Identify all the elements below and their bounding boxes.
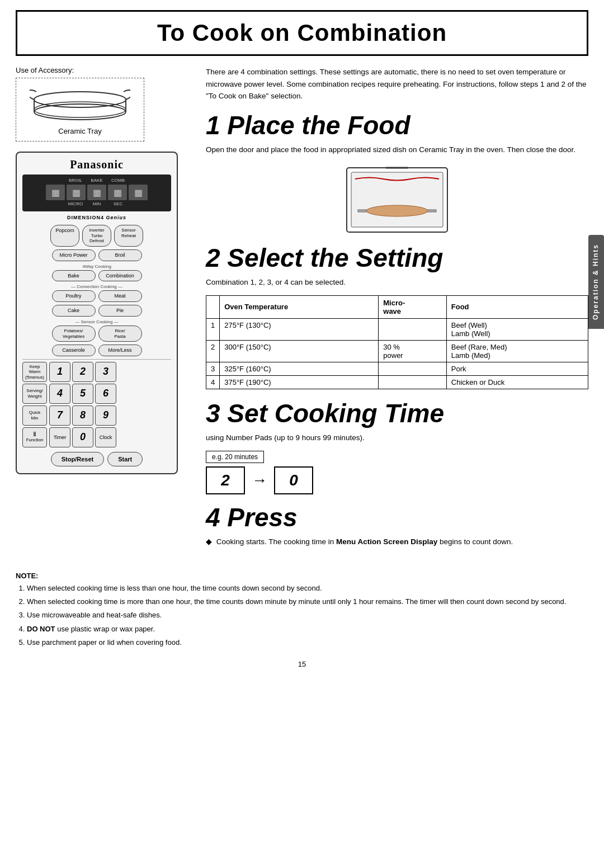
button-row-2: Micro Power Broil — [22, 249, 171, 261]
bullet-icon: ◆ — [206, 537, 212, 546]
svg-point-7 — [366, 205, 428, 216]
display-label-comb: COMB — [108, 178, 128, 183]
num-4-button[interactable]: 4 — [49, 384, 70, 404]
meat-button[interactable]: Meat — [98, 290, 142, 302]
microwave-panel: Panasonic BROIL BAKE COMB ▦ ▦ ▦ ▦ ▦ MICR… — [16, 152, 178, 474]
sensor-cooking-label: — Sensor Cooking — — [22, 319, 171, 324]
num-7-button[interactable]: 7 — [49, 405, 70, 426]
poultry-button[interactable]: Poultry — [52, 290, 96, 302]
right-column: There are 4 combination settings. These … — [206, 66, 588, 559]
timer-button[interactable]: Timer — [49, 427, 70, 447]
ceramic-tray-illustration — [30, 84, 130, 123]
table-cell-micro-3 — [379, 362, 447, 375]
table-cell-num-2: 2 — [206, 340, 220, 362]
sensor-reheat-button[interactable]: SensorReheat — [114, 225, 143, 247]
micro-power-button[interactable]: Micro Power — [52, 249, 96, 261]
step4-heading-text: 4 Press — [206, 503, 298, 532]
arrow-symbol: → — [252, 471, 267, 489]
serving-weight-button[interactable]: Serving/Weight — [22, 384, 47, 404]
svg-point-2 — [34, 92, 126, 107]
oven-diagram — [341, 162, 453, 235]
broil-button[interactable]: Broil — [98, 249, 142, 261]
step1-heading: 1 Place the Food — [206, 112, 588, 138]
num-5-button[interactable]: 5 — [72, 384, 93, 404]
table-cell-num-3: 3 — [206, 362, 220, 375]
quick-min-button[interactable]: QuickMin — [22, 405, 47, 426]
step2-text: Combination 1, 2, 3, or 4 can be selecte… — [206, 276, 588, 289]
convection-cooking-label: — Convection Cooking — — [22, 284, 171, 289]
rice-pasta-button[interactable]: Rice/Pasta — [98, 326, 142, 342]
num-6-button[interactable]: 6 — [95, 384, 116, 404]
num-3-button[interactable]: 3 — [95, 362, 116, 382]
example-box: e.g. 20 minutes — [206, 451, 264, 463]
num-8-button[interactable]: 8 — [72, 405, 93, 426]
function-button[interactable]: 🎛Function — [22, 427, 47, 447]
numpad-area: KeepWarm(5menus) Serving/Weight QuickMin… — [22, 362, 171, 447]
accessory-section: Use of Accessory: Ceramic Tray — [16, 66, 195, 141]
pie-button[interactable]: Pie — [98, 305, 142, 317]
combination-button[interactable]: Combination — [98, 270, 142, 282]
list-item: When selected cooking time is less than … — [27, 582, 588, 595]
inverter-turbo-defrost-button[interactable]: InverterTurboDefrost — [82, 225, 111, 247]
display-label-sec: SEC — [108, 201, 128, 206]
table-cell-temp-2: 300°F (150°C) — [220, 340, 379, 362]
keep-warm-button[interactable]: KeepWarm(5menus) — [22, 362, 47, 382]
start-button[interactable]: Start — [107, 452, 143, 466]
table-cell-food-3: Pork — [446, 362, 588, 375]
stop-reset-button[interactable]: Stop/Reset — [51, 452, 104, 466]
way-cooking-label: 4Way Cooking — [22, 264, 171, 269]
table-cell-food-2: Beef (Rare, Med)Lamb (Med) — [446, 340, 588, 362]
note-title: NOTE: — [16, 570, 588, 582]
time-num1: 2 — [206, 466, 245, 494]
clock-button[interactable]: Clock — [95, 427, 116, 447]
list-item: When selected cooking time is more than … — [27, 596, 588, 608]
table-row: 2 300°F (150°C) 30 %power Beef (Rare, Me… — [206, 340, 588, 362]
table-cell-food-4: Chicken or Duck — [446, 375, 588, 389]
cake-button[interactable]: Cake — [52, 305, 96, 317]
table-cell-temp-4: 375°F (190°C) — [220, 375, 379, 389]
table-header-num — [206, 295, 220, 318]
step2-heading: 2 Select the Setting — [206, 245, 588, 271]
num-2-button[interactable]: 2 — [72, 362, 93, 382]
note-section: NOTE: When selected cooking time is less… — [16, 570, 588, 649]
casserole-button[interactable]: Casserole — [52, 345, 96, 356]
time-display: 2 → 0 — [206, 466, 588, 494]
panel-brand: Panasonic — [22, 158, 171, 171]
button-row-6: Potatoes/Vegetables Rice/Pasta — [22, 326, 171, 342]
list-item: Use microwaveable and heat-safe dishes. — [27, 609, 588, 621]
list-item: Use parchment paper or lid when covering… — [27, 636, 588, 649]
bake-button[interactable]: Bake — [52, 270, 96, 282]
sidebar-tab: Operation & Hints — [588, 235, 604, 329]
num-9-button[interactable]: 9 — [95, 405, 116, 426]
time-num2: 0 — [274, 466, 313, 494]
num-0-button[interactable]: 0 — [72, 427, 93, 447]
display-icon-3: ▦ — [87, 185, 106, 200]
display-icon-5: ▦ — [129, 185, 148, 200]
step3-text: using Number Pads (up to 9 hours 99 minu… — [206, 432, 588, 444]
table-cell-micro-2: 30 %power — [379, 340, 447, 362]
table-header-micro: Micro-wave — [379, 295, 447, 318]
display-labels-bottom: MICRO MIN SEC — [66, 201, 128, 206]
potatoes-vegetables-button[interactable]: Potatoes/Vegetables — [52, 326, 96, 342]
accessory-label: Use of Accessory: — [16, 66, 195, 74]
table-cell-temp-3: 325°F (160°C) — [220, 362, 379, 375]
display-label-bake: BAKE — [87, 178, 106, 183]
num-1-button[interactable]: 1 — [49, 362, 70, 382]
intro-text: There are 4 combination settings. These … — [206, 66, 588, 102]
table-row: 4 375°F (190°C) Chicken or Duck — [206, 375, 588, 389]
button-row-1: Popcorn InverterTurboDefrost SensorRehea… — [22, 225, 171, 247]
display-labels: BROIL BAKE COMB — [66, 178, 128, 183]
popcorn-button[interactable]: Popcorn — [50, 225, 79, 247]
button-row-7: Casserole More/Less — [22, 345, 171, 356]
table-cell-num-4: 4 — [206, 375, 220, 389]
press-note: ◆ Cooking starts. The cooking time in Me… — [206, 536, 588, 548]
display-icon-2: ▦ — [67, 185, 86, 200]
settings-table: Oven Temperature Micro-wave Food 1 275°F… — [206, 295, 588, 389]
panel-display: BROIL BAKE COMB ▦ ▦ ▦ ▦ ▦ MICRO MIN SEC — [22, 174, 171, 211]
display-icons: ▦ ▦ ▦ ▦ ▦ — [46, 185, 148, 200]
list-item: DO NOT use plastic wrap or wax paper. — [27, 623, 588, 635]
button-row-5: Cake Pie — [22, 305, 171, 317]
more-less-button[interactable]: More/Less — [98, 345, 142, 356]
accessory-box: Ceramic Tray — [16, 78, 144, 141]
table-cell-temp-1: 275°F (130°C) — [220, 318, 379, 340]
